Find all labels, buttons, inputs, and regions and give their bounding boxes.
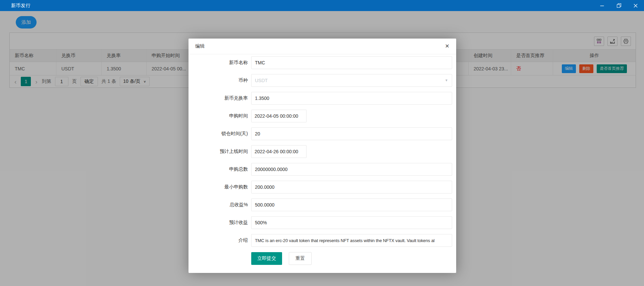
field-label: 预计收益 xyxy=(189,220,251,226)
field-label: 申购时间 xyxy=(189,113,251,119)
purchase-time-input[interactable] xyxy=(251,110,307,122)
window-titlebar: 新币发行 xyxy=(0,0,644,11)
form-row-currency: 币种 ▼ xyxy=(189,74,456,87)
field-label: 新币兑换率 xyxy=(189,95,251,101)
modal-title: 编辑 xyxy=(195,43,205,49)
field-label: 锁仓时间(天) xyxy=(189,131,251,137)
window-title: 新币发行 xyxy=(11,3,31,9)
field-label: 新币名称 xyxy=(189,60,251,66)
launch-time-input[interactable] xyxy=(251,145,307,158)
close-window-icon[interactable] xyxy=(627,0,644,11)
field-label: 介绍 xyxy=(189,237,251,243)
restore-icon[interactable] xyxy=(610,0,627,11)
form-row-exchange-rate: 新币兑换率 xyxy=(189,92,456,105)
form-row-lock-days: 锁仓时间(天) xyxy=(189,127,456,140)
modal-footer: 立即提交 重置 xyxy=(189,252,456,265)
total-purchase-input[interactable] xyxy=(251,163,452,176)
total-yield-input[interactable] xyxy=(251,198,452,211)
intro-input[interactable] xyxy=(251,234,452,247)
reset-button[interactable]: 重置 xyxy=(289,252,312,265)
form-row-coin-name: 新币名称 xyxy=(189,56,456,69)
field-label: 币种 xyxy=(189,77,251,83)
currency-select-value xyxy=(251,74,452,87)
currency-select[interactable]: ▼ xyxy=(251,74,452,87)
minimize-icon[interactable] xyxy=(594,0,610,11)
form-row-expected-yield: 预计收益 xyxy=(189,216,456,229)
form-row-total-purchase: 申购总数 xyxy=(189,163,456,176)
form-row-min-purchase: 最小申购数 xyxy=(189,181,456,193)
field-label: 总收益% xyxy=(189,202,251,208)
modal-form: 新币名称 币种 ▼ 新币兑换率 申购时间 锁仓时间(天) 预计上线时间 xyxy=(189,54,456,265)
form-row-intro: 介绍 xyxy=(189,234,456,247)
field-label: 申购总数 xyxy=(189,166,251,172)
coin-name-input[interactable] xyxy=(251,56,452,69)
expected-yield-input[interactable] xyxy=(251,216,452,229)
form-row-purchase-time: 申购时间 xyxy=(189,110,456,122)
edit-modal: 编辑 ✕ 新币名称 币种 ▼ 新币兑换率 申购时间 锁仓时间(天) xyxy=(189,39,456,273)
form-row-total-yield: 总收益% xyxy=(189,198,456,211)
window-controls xyxy=(594,0,644,11)
min-purchase-input[interactable] xyxy=(251,181,452,193)
modal-header: 编辑 ✕ xyxy=(189,39,456,54)
field-label: 最小申购数 xyxy=(189,184,251,190)
submit-button[interactable]: 立即提交 xyxy=(251,252,282,265)
modal-close-icon[interactable]: ✕ xyxy=(445,44,449,49)
form-row-launch-time: 预计上线时间 xyxy=(189,145,456,158)
lock-days-input[interactable] xyxy=(251,127,452,140)
field-label: 预计上线时间 xyxy=(189,149,251,155)
exchange-rate-input[interactable] xyxy=(251,92,452,105)
